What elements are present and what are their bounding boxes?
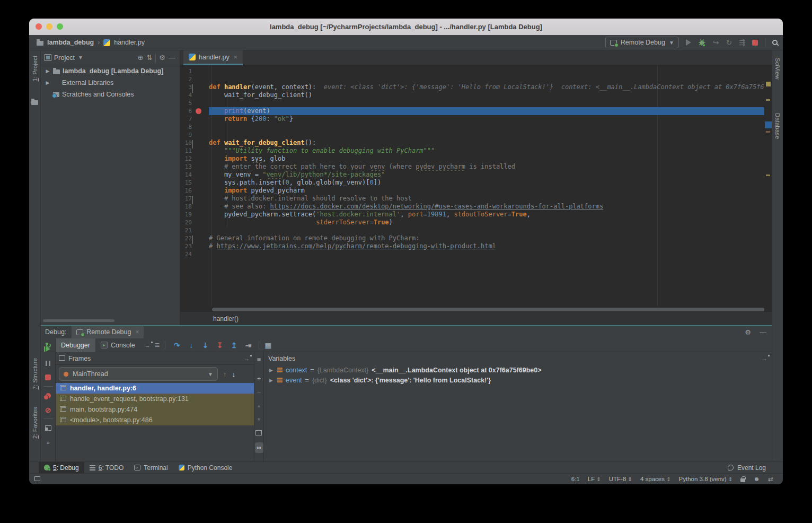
search-everywhere-icon[interactable]: [772, 40, 778, 45]
code-text[interactable]: # https://www.jetbrains.com/help/pycharm…: [209, 242, 764, 250]
run-to-cursor-icon[interactable]: ⇥: [241, 341, 255, 350]
zoom-window-button[interactable]: [57, 23, 63, 30]
gutter[interactable]: [194, 75, 209, 83]
breakpoint-icon[interactable]: [196, 108, 201, 114]
pin-tab-icon[interactable]: →: [145, 342, 151, 348]
close-tab-icon[interactable]: ×: [234, 54, 237, 61]
gutter[interactable]: [194, 226, 209, 234]
frame-row[interactable]: main, bootstrap.py:474: [56, 404, 254, 415]
tool-stripe-favorites[interactable]: 2: Favorites: [29, 407, 40, 439]
code-text[interactable]: [209, 123, 764, 131]
code-text[interactable]: return {200: "ok"}: [209, 115, 764, 123]
gutter[interactable]: [194, 203, 209, 211]
expand-arrow-icon[interactable]: ▶: [269, 378, 274, 383]
gutter[interactable]: [194, 195, 209, 203]
code-text[interactable]: [209, 226, 764, 234]
force-step-into-icon[interactable]: ⇣: [198, 341, 213, 350]
interpreter-selector[interactable]: Python 3.8 (venv) ⇕: [679, 476, 733, 482]
pin-icon[interactable]: →: [244, 355, 250, 362]
attach-to-process-icon[interactable]: ↪: [713, 39, 719, 46]
breadcrumb-file[interactable]: handler.py: [114, 39, 145, 46]
thread-selector[interactable]: MainThread ▼: [59, 367, 218, 381]
expand-arrow-icon[interactable]: ▶: [45, 68, 50, 74]
tool-windows-icon[interactable]: [36, 477, 40, 481]
code-text[interactable]: [209, 75, 764, 83]
project-hscrollbar[interactable]: [43, 319, 114, 322]
caret-position[interactable]: 6:1: [571, 476, 580, 482]
move-up-icon[interactable]: ▲: [254, 399, 263, 413]
duplicate-watch-icon[interactable]: [254, 426, 263, 440]
hector-inspections-icon[interactable]: ☻: [753, 475, 760, 483]
gear-icon[interactable]: ⚙: [159, 54, 165, 62]
chevron-down-icon[interactable]: ▼: [78, 55, 83, 60]
variable-row[interactable]: ▶event={dict}<class 'dict'>: {'message':…: [264, 375, 772, 385]
code-text[interactable]: # see also: https://docs.docker.com/desk…: [209, 203, 764, 211]
gutter[interactable]: [194, 131, 209, 139]
close-window-button[interactable]: [36, 23, 42, 30]
remove-watch-icon[interactable]: −: [254, 385, 263, 399]
evaluate-expression-icon[interactable]: ▦: [264, 341, 271, 350]
evaluate-watches-icon[interactable]: ∞: [255, 442, 263, 453]
layout-settings-icon[interactable]: ≡: [155, 341, 160, 350]
locate-file-icon[interactable]: ⊕: [138, 54, 144, 62]
mute-breakpoints-button[interactable]: ⊘: [41, 403, 55, 417]
gutter[interactable]: [194, 115, 209, 123]
project-tree-item[interactable]: ▶lambda_debug [Lambda Debug]: [41, 65, 180, 77]
restore-layout-button[interactable]: [41, 421, 55, 435]
code-text[interactable]: import sys, glob: [209, 155, 764, 163]
code-text[interactable]: [209, 67, 764, 75]
collapse-all-icon[interactable]: ⇅: [146, 54, 152, 62]
gutter[interactable]: [194, 242, 209, 250]
code-text[interactable]: # host.docker.internal should resolve to…: [209, 195, 764, 203]
code-text[interactable]: [209, 250, 764, 258]
favorites-folder-icon[interactable]: [29, 99, 40, 105]
gutter[interactable]: [194, 67, 209, 75]
tool-window-button-pythonconsole[interactable]: Python Console: [173, 462, 238, 473]
code-text[interactable]: # enter the correct path here to your ve…: [209, 163, 764, 171]
tool-window-button-debug[interactable]: 5: Debug: [39, 462, 84, 473]
previous-frame-icon[interactable]: ↑: [223, 370, 227, 378]
resume-button[interactable]: [41, 342, 55, 356]
run-config-selector[interactable]: Remote Debug ▼: [605, 37, 679, 48]
project-tree-item[interactable]: ▶External Libraries: [41, 77, 180, 89]
code-text[interactable]: """Utility function to enable debugging …: [209, 147, 764, 155]
code-text[interactable]: import pydevd_pycharm: [209, 187, 764, 195]
gutter[interactable]: [194, 187, 209, 195]
gutter[interactable]: [194, 155, 209, 163]
profiler-icon[interactable]: ↻: [726, 39, 732, 46]
gutter[interactable]: [194, 139, 209, 147]
hide-panel-icon[interactable]: —: [760, 328, 766, 336]
event-log-button[interactable]: Event Log: [728, 464, 766, 472]
pin-icon[interactable]: →: [762, 355, 767, 362]
gutter[interactable]: [194, 234, 209, 242]
code-text[interactable]: my_venv = "venv/lib/python*/site-package…: [209, 171, 764, 179]
gutter[interactable]: [194, 179, 209, 187]
pause-button[interactable]: [41, 356, 55, 370]
debug-session-tab[interactable]: Remote Debug ×: [72, 326, 144, 338]
encoding-selector[interactable]: UTF-8 ⇕: [609, 476, 632, 482]
gutter[interactable]: [194, 163, 209, 171]
expand-arrow-icon[interactable]: ▶: [45, 80, 50, 85]
sync-status-icon[interactable]: ⇄: [768, 475, 773, 483]
tool-stripe-project[interactable]: 1: Project: [29, 56, 40, 82]
variable-row[interactable]: ▶context={LambdaContext}<__main__.Lambda…: [264, 365, 772, 375]
step-into-icon[interactable]: ↓: [184, 341, 198, 350]
gutter[interactable]: [194, 83, 209, 91]
tool-stripe-structure[interactable]: 7: Structure: [29, 358, 40, 389]
code-area[interactable]: 123def handler(event, context): event: <…: [180, 65, 772, 306]
gutter[interactable]: [194, 250, 209, 258]
code-text[interactable]: # General information on remote debuggin…: [209, 234, 764, 242]
next-frame-icon[interactable]: ↓: [232, 370, 236, 378]
frame-row[interactable]: handler, handler.py:6: [56, 383, 254, 394]
gutter[interactable]: [194, 219, 209, 226]
code-text[interactable]: def wait_for_debug_client():: [209, 139, 764, 147]
gutter[interactable]: [194, 107, 209, 115]
close-session-icon[interactable]: ×: [135, 328, 139, 336]
run-button[interactable]: [686, 39, 691, 46]
tab-console[interactable]: ▸ Console: [95, 338, 140, 352]
expand-arrow-icon[interactable]: ▶: [269, 368, 274, 373]
gutter[interactable]: [194, 171, 209, 179]
frame-row[interactable]: handle_event_request, bootstrap.py:131: [56, 394, 254, 404]
code-text[interactable]: wait_for_debug_client(): [209, 91, 764, 99]
code-text[interactable]: def handler(event, context): event: <cla…: [209, 83, 764, 91]
